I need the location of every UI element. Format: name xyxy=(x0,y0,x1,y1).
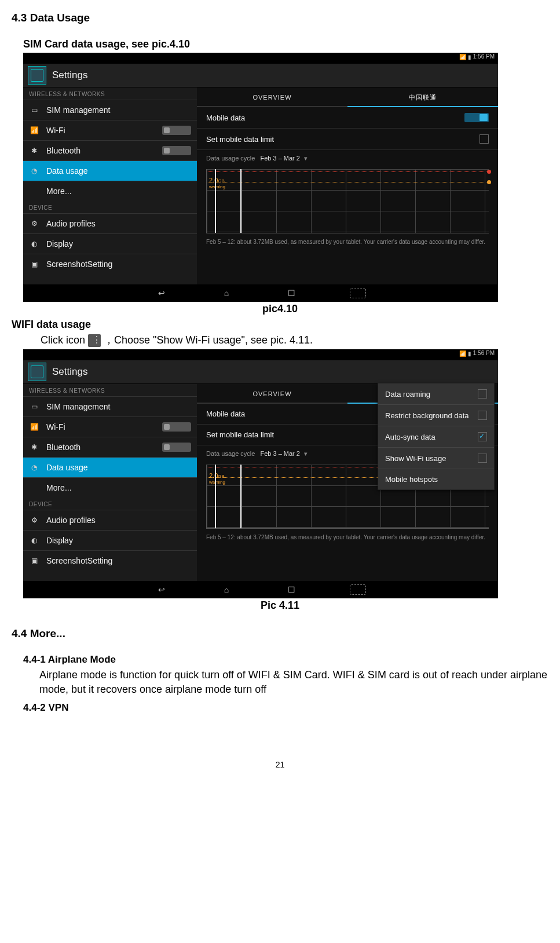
sidebar-item-audio-profiles[interactable]: ⚙ Audio profiles xyxy=(23,213,197,233)
sidebar-group-device: DEVICE xyxy=(23,498,197,510)
bluetooth-toggle[interactable] xyxy=(162,146,191,155)
heading-4-4: 4.4 More... xyxy=(12,627,548,640)
sidebar-item-display[interactable]: ◐ Display xyxy=(23,233,197,254)
sidebar-item-sim-management[interactable]: ▭ SIM management xyxy=(23,100,197,120)
range-handle-right[interactable] xyxy=(240,169,241,233)
text-pre: Click icon xyxy=(41,334,88,346)
sidebar-item-wifi[interactable]: 📶 Wi-Fi xyxy=(23,120,197,140)
heading-4-4-2: 4.4-2 VPN xyxy=(23,702,548,714)
menu-item-restrict-background[interactable]: Restrict background data xyxy=(378,405,494,426)
recents-button[interactable]: ☐ xyxy=(285,288,298,298)
tab-overview[interactable]: OVERVIEW xyxy=(197,87,347,107)
blank-icon xyxy=(29,483,39,492)
screenshot-button[interactable] xyxy=(350,584,366,595)
show-wifi-checkbox[interactable] xyxy=(478,454,487,463)
app-title: Settings xyxy=(52,70,87,81)
sidebar-item-more[interactable]: More... xyxy=(23,181,197,201)
data-usage-chart[interactable]: 2.0GB warning xyxy=(206,169,489,233)
signal-icon: 📶 ▮ xyxy=(459,350,471,357)
wifi-icon: 📶 xyxy=(29,422,39,432)
usage-summary-text: Feb 5 – 12: about 3.72MB used, as measur… xyxy=(197,531,498,543)
overflow-menu-icon xyxy=(88,334,101,347)
audio-icon: ⚙ xyxy=(29,516,39,525)
data-usage-icon: ◔ xyxy=(29,166,39,176)
bluetooth-icon: ✱ xyxy=(29,443,39,452)
home-button[interactable]: ⌂ xyxy=(220,585,233,594)
status-time: 1:56 PM xyxy=(473,350,495,356)
data-usage-icon: ◔ xyxy=(29,463,39,472)
row-label: Set mobile data limit xyxy=(206,135,274,144)
home-button[interactable]: ⌂ xyxy=(220,288,233,298)
row-label: Mobile data xyxy=(206,410,245,418)
limit-line[interactable] xyxy=(207,171,489,172)
app-header: Settings xyxy=(23,64,498,87)
menu-item-label: Show Wi-Fi usage xyxy=(385,454,446,463)
sidebar-item-display[interactable]: ◐ Display xyxy=(23,530,197,550)
row-label: Set mobile data limit xyxy=(206,430,274,439)
system-navbar: ↩ ⌂ ☐ xyxy=(23,284,498,302)
range-handle-left[interactable] xyxy=(215,465,216,528)
menu-item-label: Mobile hotspots xyxy=(385,475,438,484)
sidebar-item-data-usage[interactable]: ◔ Data usage xyxy=(23,160,197,181)
back-button[interactable]: ↩ xyxy=(155,288,168,298)
cycle-value: Feb 3 – Mar 2 xyxy=(260,450,299,457)
mobile-data-toggle[interactable] xyxy=(464,113,489,122)
row-set-limit[interactable]: Set mobile data limit xyxy=(197,129,498,150)
tab-carrier[interactable]: 中国联通 xyxy=(347,87,498,107)
sidebar-group-wireless: WIRELESS & NETWORKS xyxy=(23,87,197,100)
sidebar-item-bluetooth[interactable]: ✱ Bluetooth xyxy=(23,140,197,160)
sidebar-item-wifi[interactable]: 📶 Wi-Fi xyxy=(23,416,197,437)
sidebar-item-audio-profiles[interactable]: ⚙ Audio profiles xyxy=(23,510,197,530)
bluetooth-toggle[interactable] xyxy=(162,443,191,452)
sidebar-item-more[interactable]: More... xyxy=(23,477,197,498)
settings-app-icon xyxy=(28,66,46,85)
menu-item-auto-sync[interactable]: Auto-sync data xyxy=(378,426,494,448)
sidebar-item-label: Bluetooth xyxy=(46,146,80,155)
row-mobile-data[interactable]: Mobile data xyxy=(197,107,498,129)
warning-line[interactable] xyxy=(207,182,489,182)
set-limit-checkbox[interactable] xyxy=(480,134,489,144)
sidebar-item-label: ScreenshotSetting xyxy=(46,259,112,269)
wifi-instruction-line: Click icon ，Choose "Show Wi-Fi usage", s… xyxy=(41,333,548,347)
back-button[interactable]: ↩ xyxy=(155,585,168,594)
restrict-bg-checkbox[interactable] xyxy=(478,411,487,420)
menu-item-mobile-hotspots[interactable]: Mobile hotspots xyxy=(378,469,494,489)
sidebar-item-bluetooth[interactable]: ✱ Bluetooth xyxy=(23,437,197,457)
wifi-toggle[interactable] xyxy=(162,422,191,432)
caption-pic-4-11: Pic 4.11 xyxy=(12,600,548,612)
sidebar-item-screenshot-setting[interactable]: ▣ ScreenshotSetting xyxy=(23,254,197,274)
sidebar-item-data-usage[interactable]: ◔ Data usage xyxy=(23,457,197,477)
text-post: ，Choose "Show Wi-Fi usage", see pic. 4.1… xyxy=(104,334,313,346)
data-roaming-checkbox[interactable] xyxy=(478,389,487,399)
settings-app-icon xyxy=(28,363,46,381)
cycle-label: Data usage cycle xyxy=(206,155,255,162)
sidebar-group-device: DEVICE xyxy=(23,201,197,213)
auto-sync-checkbox[interactable] xyxy=(478,432,487,441)
range-handle-right[interactable] xyxy=(240,465,241,528)
row-cycle[interactable]: Data usage cycle Feb 3 – Mar 2 ▾ xyxy=(197,150,498,167)
warning-label: 2.0GB warning xyxy=(209,177,225,190)
cycle-value: Feb 3 – Mar 2 xyxy=(260,155,299,162)
menu-item-show-wifi-usage[interactable]: Show Wi-Fi usage xyxy=(378,448,494,469)
heading-4-4-1: 4.4-1 Airplane Mode xyxy=(23,654,548,666)
heading-4-3: 4.3 Data Usage xyxy=(12,12,548,24)
wifi-toggle[interactable] xyxy=(162,126,191,135)
sidebar-item-label: Audio profiles xyxy=(46,516,96,525)
tab-overview[interactable]: OVERVIEW xyxy=(197,384,347,404)
sidebar-item-label: Wi-Fi xyxy=(46,126,65,135)
sidebar-item-label: Data usage xyxy=(46,463,88,472)
blank-icon xyxy=(29,187,39,196)
sidebar-item-screenshot-setting[interactable]: ▣ ScreenshotSetting xyxy=(23,550,197,571)
subheading-wifi-data-usage: WIFI data usage xyxy=(12,319,548,331)
paragraph-airplane-mode: Airplane mode is function for quick turn… xyxy=(39,668,548,696)
sidebar-item-sim-management[interactable]: ▭ SIM management xyxy=(23,396,197,416)
recents-button[interactable]: ☐ xyxy=(285,585,298,594)
caption-pic-4-10: pic4.10 xyxy=(12,303,548,315)
overflow-menu: Data roaming Restrict background data Au… xyxy=(378,383,495,490)
sidebar-item-label: Display xyxy=(46,536,73,545)
system-navbar: ↩ ⌂ ☐ xyxy=(23,581,498,598)
menu-item-data-roaming[interactable]: Data roaming xyxy=(378,383,494,405)
menu-item-label: Data roaming xyxy=(385,390,430,399)
screenshot-button[interactable] xyxy=(350,288,366,298)
range-handle-left[interactable] xyxy=(215,169,216,233)
